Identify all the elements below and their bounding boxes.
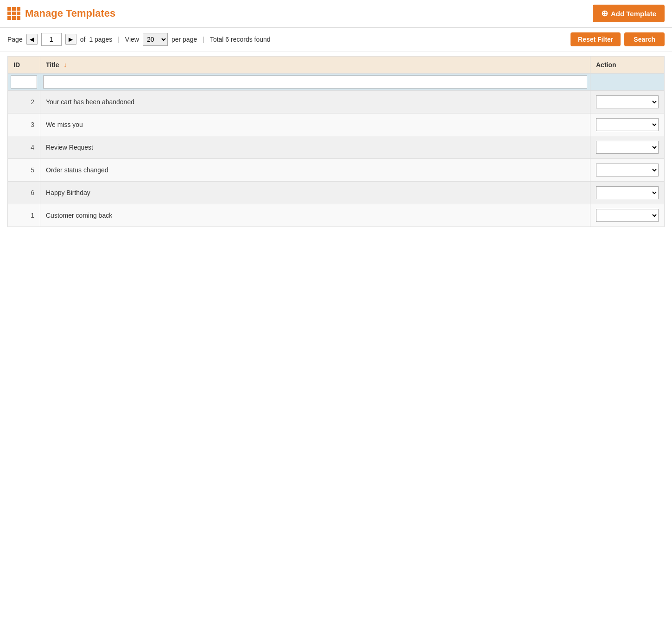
add-template-label: Add Template xyxy=(611,10,656,18)
page-header: Manage Templates ⊕ Add Template xyxy=(0,0,672,28)
page-input[interactable] xyxy=(41,33,62,46)
table-row: 4Review Request xyxy=(8,136,665,159)
col-header-title[interactable]: Title ↓ xyxy=(40,57,590,74)
row-title: Order status changed xyxy=(40,159,590,182)
table-row: 2Your cart has been abandoned xyxy=(8,91,665,113)
prev-page-button[interactable]: ◀ xyxy=(26,34,38,45)
per-page-select[interactable]: 10 20 50 100 xyxy=(143,33,168,46)
reset-filter-button[interactable]: Reset Filter xyxy=(571,32,621,46)
action-select[interactable] xyxy=(596,141,659,154)
row-id: 3 xyxy=(8,113,40,136)
grid-icon xyxy=(7,7,20,20)
separator-2: | xyxy=(203,36,204,43)
toolbar-actions: Reset Filter Search xyxy=(571,32,665,46)
sort-icon: ↓ xyxy=(63,61,67,69)
table-wrapper: ID Title ↓ Action 2Your xyxy=(0,56,672,234)
table-row: 6Happy Birthday xyxy=(8,182,665,204)
row-id: 4 xyxy=(8,136,40,159)
page-label: Page xyxy=(7,36,23,43)
row-action xyxy=(590,91,665,113)
table-body: 2Your cart has been abandoned3We miss yo… xyxy=(8,91,665,227)
filter-row xyxy=(8,74,665,91)
plus-icon: ⊕ xyxy=(601,8,608,19)
row-action xyxy=(590,182,665,204)
action-select[interactable] xyxy=(596,118,659,131)
table-row: 3We miss you xyxy=(8,113,665,136)
filter-action-cell xyxy=(590,74,665,91)
toolbar: Page ◀ ▶ of 1 pages | View 10 20 50 100 … xyxy=(0,28,672,51)
action-select[interactable] xyxy=(596,209,659,222)
filter-title-input[interactable] xyxy=(43,76,587,88)
separator-1: | xyxy=(118,36,120,43)
col-header-action: Action xyxy=(590,57,665,74)
row-action xyxy=(590,136,665,159)
search-button[interactable]: Search xyxy=(624,32,665,46)
of-label: of xyxy=(80,36,86,43)
row-title: Your cart has been abandoned xyxy=(40,91,590,113)
row-title: Customer coming back xyxy=(40,204,590,227)
row-id: 1 xyxy=(8,204,40,227)
next-page-button[interactable]: ▶ xyxy=(65,34,76,45)
filter-title-cell xyxy=(40,74,590,91)
row-id: 5 xyxy=(8,159,40,182)
table-header-row: ID Title ↓ Action xyxy=(8,57,665,74)
view-label: View xyxy=(125,36,139,43)
page-title: Manage Templates xyxy=(25,7,115,19)
per-page-label: per page xyxy=(171,36,197,43)
row-action xyxy=(590,113,665,136)
table-row: 5Order status changed xyxy=(8,159,665,182)
action-select[interactable] xyxy=(596,164,659,176)
filter-id-input[interactable] xyxy=(11,76,37,88)
row-action xyxy=(590,159,665,182)
action-select[interactable] xyxy=(596,186,659,199)
table-row: 1Customer coming back xyxy=(8,204,665,227)
total-records-label: Total 6 records found xyxy=(210,36,271,43)
templates-table: ID Title ↓ Action 2Your xyxy=(7,56,665,227)
filter-id-cell xyxy=(8,74,40,91)
row-title: Review Request xyxy=(40,136,590,159)
action-select[interactable] xyxy=(596,95,659,108)
pages-text: 1 pages xyxy=(89,36,112,43)
row-action xyxy=(590,204,665,227)
header-title-group: Manage Templates xyxy=(7,7,115,20)
row-title: Happy Birthday xyxy=(40,182,590,204)
row-title: We miss you xyxy=(40,113,590,136)
row-id: 2 xyxy=(8,91,40,113)
col-header-id: ID xyxy=(8,57,40,74)
add-template-button[interactable]: ⊕ Add Template xyxy=(593,5,665,22)
row-id: 6 xyxy=(8,182,40,204)
